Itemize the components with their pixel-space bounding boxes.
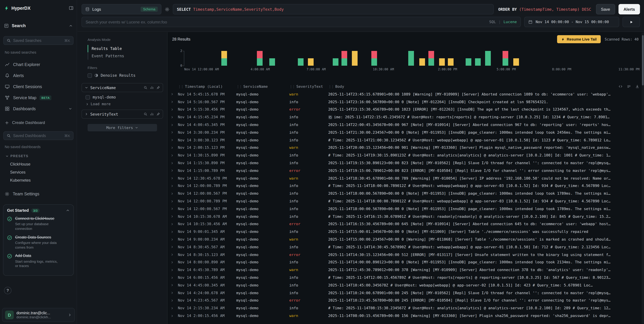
row-expand-icon[interactable] [170,207,174,211]
filter-option-mysql-demo[interactable]: mysql-demo [86,95,163,100]
collapse-sidebar-icon[interactable] [69,6,74,10]
copy-icon[interactable] [328,115,332,120]
sidebar-item-chart-explorer[interactable]: Chart Explorer [1,59,76,70]
order-by-clause[interactable]: ORDER BY (TimestampTime, Timestamp) DESC [497,4,592,14]
row-expand-icon[interactable] [170,161,174,165]
chart-bar[interactable] [333,51,338,66]
table-row[interactable]: Nov 14 4:23:45.567 AMmysql-demoerror2025… [168,297,641,304]
mode-sql-toggle[interactable]: SQL [489,20,496,24]
list-icon[interactable] [627,84,631,88]
pin-icon[interactable] [156,86,160,89]
chart-bar[interactable] [502,51,508,66]
mode-lucene-toggle[interactable]: Lucene [504,20,517,24]
row-expand-icon[interactable] [170,176,174,180]
table-row[interactable]: Nov 14 1:15:30.890 PMmysql-demoinfo2025-… [168,159,641,167]
search-icon[interactable] [144,86,147,89]
table-row[interactable]: Nov 14 4:15:45.234 PMmysql-demoinfoime: … [168,113,641,121]
pin-icon[interactable] [156,112,160,116]
chart-bar[interactable] [475,51,481,66]
gear-icon[interactable] [165,7,170,11]
denoise-results-checkbox[interactable]: Denoise Results [88,73,163,78]
chart-bar[interactable] [372,51,377,66]
code-icon[interactable] [618,84,622,88]
row-expand-icon[interactable] [170,284,174,287]
sidebar-item-kubernetes[interactable]: Kubernetes [0,176,77,184]
table-row[interactable]: Nov 14 12:00:00.789 PMmysql-demoinfo# Ti… [168,197,641,205]
chevron-down-icon[interactable] [84,86,88,89]
row-expand-icon[interactable] [170,184,174,188]
row-expand-icon[interactable] [170,299,174,302]
chart-bar[interactable] [221,51,227,66]
table-row[interactable]: Nov 14 3:30:00.234 PMmysql-demoinfo2025-… [168,129,641,136]
chart-bar[interactable] [419,51,425,66]
row-expand-icon[interactable] [170,138,174,142]
load-more-button[interactable]: Load more [86,102,163,106]
get-started-item-add-data[interactable]: Add DataStart sending logs, metrics, or … [7,253,70,268]
download-icon[interactable] [635,84,639,88]
table-row[interactable]: Nov 14 12:00:00.789 PMmysql-demoinfo# Ti… [168,182,641,190]
saved-searches-input[interactable]: Saved Searches ⌘K [3,36,74,45]
get-started-item-create-data-sources[interactable]: Create Data SourcesConfigure where your … [7,235,70,250]
table-row[interactable]: Nov 14 10:15:30.678 AMmysql-demoinfo# Ti… [168,213,641,220]
table-row[interactable]: Nov 14 6:45:30.789 AMmysql-demowarn2025-… [168,266,641,274]
presets-toggle[interactable]: PRESETS [5,154,28,158]
row-expand-icon[interactable] [170,215,174,218]
table-row[interactable]: Nov 14 3:00:30.123 PMmysql-demoinfo# Tim… [168,136,641,144]
saved-dashboards-input[interactable]: Saved Dashboards ⌘K [3,131,74,140]
table-row[interactable]: Nov 14 8:00:00.890 AMmysql-demoinfo2025-… [168,259,641,266]
row-expand-icon[interactable] [170,222,174,226]
table-row[interactable]: Nov 14 1:30:15.890 PMmysql-demoinfo# Tim… [168,152,641,159]
row-expand-icon[interactable] [170,276,174,279]
table-row[interactable]: Nov 14 9:00:01.345 AMmysql-demoinfo2025-… [168,228,641,236]
row-expand-icon[interactable] [170,131,174,134]
row-expand-icon[interactable] [170,154,174,157]
filter-group-header[interactable]: ServiceName [82,83,163,92]
row-expand-icon[interactable] [170,169,174,172]
table-row[interactable]: Nov 14 4:45:00.345 AMmysql-demoinfo2025-… [168,282,641,289]
save-button[interactable]: Save [596,4,615,14]
bar-chart-icon[interactable] [150,86,154,89]
row-expand-icon[interactable] [170,230,174,233]
filter-group-header[interactable]: SeverityText [82,110,163,119]
create-dashboard-button[interactable]: Create Dashboard [1,118,76,128]
row-expand-icon[interactable] [170,238,174,241]
mode-results-table[interactable]: Results Table [88,45,163,52]
table-row[interactable]: Nov 14 12:00:00.567 PMmysql-demoinfo2025… [168,190,641,197]
source-select[interactable]: Logs Schema [82,4,162,14]
table-row[interactable]: Nov 14 2:15:30.234 AMmysql-demoinfo# Tim… [168,304,641,312]
table-row[interactable]: Nov 14 12:00:00.567 PMmysql-demoinfo2025… [168,205,641,213]
row-expand-icon[interactable] [170,245,174,249]
sidebar-item-alerts[interactable]: Alerts [1,70,76,81]
vertical-scrollbar[interactable] [642,32,644,324]
row-expand-icon[interactable] [170,123,174,127]
sidebar-item-dashboards[interactable]: Dashboards [1,103,76,114]
table-row[interactable]: Nov 14 2:00:15.456 AMmysql-demowarn2025-… [168,312,641,320]
row-expand-icon[interactable] [170,291,174,295]
table-row[interactable]: Nov 14 5:45:15.678 PMmysql-demowarn2025-… [168,90,641,98]
table-row[interactable]: Nov 14 9:00:00.234 AMmysql-demowarn2025-… [168,236,641,243]
run-query-button[interactable] [622,17,640,27]
table-row[interactable]: Nov 14 1:15:00.789 PMmysql-demoerror2025… [168,167,641,174]
search-input[interactable]: Search your events w/ Lucene ex. column:… [82,17,521,27]
chart-bar[interactable] [352,51,358,66]
column-header-timestamp-local-[interactable]: ⋮⋮Timestamp (Local) [178,84,236,89]
table-row[interactable]: Nov 14 6:00:15.456 AMmysql-demoinfo# Tim… [168,274,641,282]
help-button[interactable]: ? [4,287,12,294]
table-row[interactable]: Nov 14 8:30:15.123 AMmysql-demoerror2025… [168,251,641,259]
column-header-body[interactable]: ⋮⋮Body [328,84,641,89]
get-started-item-connect-to-clickhouse[interactable]: Connect to ClickHouseSet up your databas… [7,216,70,231]
chart-bar[interactable] [466,51,471,66]
row-expand-icon[interactable] [170,192,174,195]
select-clause-input[interactable]: SELECT Timestamp,ServiceName,SeverityTex… [173,4,494,14]
table-row[interactable]: Nov 14 10:15:30.456 AMmysql-demoerror202… [168,220,641,228]
sidebar-item-team-settings[interactable]: Team Settings [1,189,76,199]
row-expand-icon[interactable] [170,108,174,111]
sidebar-item-clickhouse[interactable]: ClickHouse [0,160,77,168]
chart-bar[interactable] [513,51,519,66]
mode-event-patterns[interactable]: Event Patterns [88,52,163,60]
chart-bar[interactable] [439,51,445,66]
sidebar-item-search[interactable]: Search [4,21,73,30]
chart-bar[interactable] [428,51,434,66]
bar-chart-icon[interactable] [150,112,154,116]
date-range-picker[interactable]: Nov 14 00:00:00 - Nov 15 00:00:00 [524,17,619,27]
